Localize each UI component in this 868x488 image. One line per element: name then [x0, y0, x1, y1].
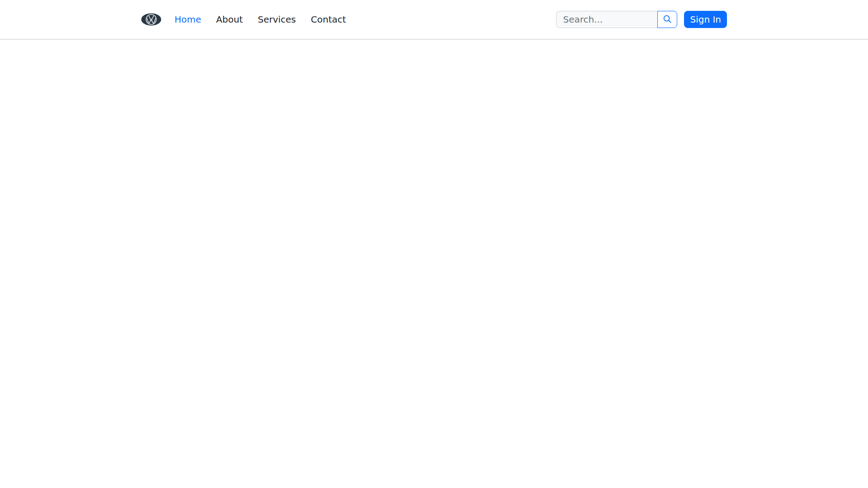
nav-link-home[interactable]: Home	[171, 11, 205, 28]
search-group	[556, 11, 677, 28]
navbar-container: Home About Services Contact Sign I	[141, 0, 727, 39]
sign-in-button[interactable]: Sign In	[684, 11, 727, 28]
nav-link-contact[interactable]: Contact	[307, 11, 350, 28]
brand-logo[interactable]	[141, 13, 161, 26]
vw-logo-icon	[141, 13, 161, 26]
page: Home About Services Contact Sign I	[0, 0, 868, 488]
search-button[interactable]	[657, 11, 677, 28]
nav-link-services[interactable]: Services	[254, 11, 299, 28]
nav-links: Home About Services Contact	[171, 11, 349, 28]
search-input[interactable]	[556, 11, 657, 28]
search-icon	[662, 14, 672, 25]
navbar: Home About Services Contact Sign I	[0, 0, 868, 40]
main-content	[0, 40, 868, 487]
nav-link-about[interactable]: About	[212, 11, 246, 28]
